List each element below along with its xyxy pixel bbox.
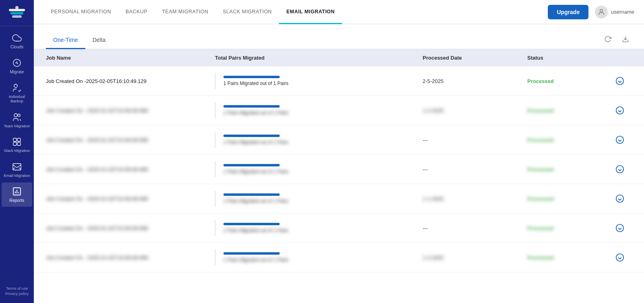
progress-bar-bg bbox=[223, 252, 280, 255]
table-row: Job Created On - 2025-01-02T10:09:08.999… bbox=[34, 214, 644, 243]
svg-point-20 bbox=[616, 195, 623, 202]
th-processed-date: Processed Date bbox=[423, 55, 527, 61]
status-cell: Processed bbox=[527, 255, 608, 261]
privacy-policy-link[interactable]: Privacy policy bbox=[5, 291, 29, 296]
job-name-text: Job Created On - 2025-01-02T10:09:08.999 bbox=[46, 108, 215, 114]
job-name-cell: Job Created On - 2025-01-02T10:09:08.999 bbox=[46, 166, 215, 172]
pairs-cell: 1 Pairs Migrated out of 1 Pairs bbox=[215, 102, 423, 118]
job-name-cell: Job Created On - 2025-01-02T10:09:08.999 bbox=[46, 108, 215, 114]
status-cell: Processed bbox=[527, 166, 608, 172]
date-cell: 1-2-2025 bbox=[423, 108, 527, 114]
expand-button[interactable] bbox=[608, 194, 632, 203]
svg-point-17 bbox=[616, 107, 623, 114]
sidebar-item-individual-backup-label: Individual Backup bbox=[3, 94, 31, 104]
svg-rect-2 bbox=[12, 15, 22, 18]
progress-bar-fill bbox=[223, 252, 280, 255]
job-name-text: Job Created On - 2025-01-02T10:09:08.999 bbox=[46, 166, 215, 172]
upgrade-button[interactable]: Upgrade bbox=[548, 5, 588, 19]
pairs-cell: 1 Pairs Migrated out of 1 Pairs bbox=[215, 249, 423, 266]
job-name-text: Job Created On -2025-02-05T16:10:49.129 bbox=[46, 78, 215, 84]
jobs-table: Job Name Total Pairs Migrated Processed … bbox=[34, 49, 644, 280]
progress-bar-bg bbox=[223, 135, 280, 137]
page-content: One-Time Delta bbox=[34, 24, 644, 303]
pairs-info: 1 Pairs Migrated out of 1 Pairs bbox=[223, 164, 288, 174]
sidebar-item-team-migration[interactable]: Team Migration bbox=[2, 108, 32, 132]
expand-button[interactable] bbox=[608, 106, 632, 115]
job-name-text: Job Created On - 2025-01-02T10:09:08.999 bbox=[46, 196, 215, 202]
svg-rect-12 bbox=[13, 164, 21, 170]
expand-button[interactable] bbox=[608, 253, 632, 262]
pairs-text: 1 Pairs Migrated out of 1 Pairs bbox=[223, 228, 288, 233]
tab-slack-migration[interactable]: SLACK MIGRATION bbox=[216, 0, 279, 24]
divider bbox=[215, 191, 215, 207]
progress-bar-bg bbox=[223, 76, 280, 78]
progress-bar-fill bbox=[223, 76, 280, 78]
expand-button[interactable] bbox=[608, 77, 632, 85]
tab-backup[interactable]: BACKUP bbox=[118, 0, 155, 24]
th-status: Status bbox=[527, 55, 608, 61]
svg-rect-1 bbox=[10, 12, 23, 15]
progress-bar-fill bbox=[223, 164, 280, 166]
subtab-delta[interactable]: Delta bbox=[85, 33, 113, 49]
svg-point-14 bbox=[600, 9, 603, 12]
progress-bar-fill bbox=[223, 135, 280, 137]
progress-bar-fill bbox=[223, 193, 280, 196]
table-row: Job Created On - 2025-01-02T10:09:08.999… bbox=[34, 155, 644, 184]
status-cell: Processed bbox=[527, 196, 608, 202]
logo[interactable] bbox=[0, 0, 34, 26]
svg-point-22 bbox=[616, 254, 623, 261]
pairs-info: 1 Pairs Migrated out of 1 Pairs bbox=[223, 135, 288, 145]
sidebar-item-team-migration-label: Team Migration bbox=[4, 124, 30, 128]
pairs-info: 1 Pairs Migrated out of 1 Pairs bbox=[223, 193, 288, 204]
date-cell: --- bbox=[423, 225, 527, 231]
sidebar-item-slack-migration[interactable]: Slack Migration bbox=[2, 133, 32, 157]
expand-button[interactable] bbox=[608, 224, 632, 232]
avatar bbox=[595, 6, 608, 19]
main-content: PERSONAL MIGRATION BACKUP TEAM MIGRATION… bbox=[34, 0, 644, 303]
pairs-info: 1 Pairs Migrated out of 1 Pairs bbox=[223, 105, 288, 116]
table-header-row: Job Name Total Pairs Migrated Processed … bbox=[34, 49, 644, 66]
job-name-text: Job Created On - 2025-01-02T10:09:08.999 bbox=[46, 137, 215, 143]
subtabs-bar: One-Time Delta bbox=[34, 24, 644, 49]
table-row: Job Created On -2025-02-05T16:10:49.129 … bbox=[34, 66, 644, 96]
expand-button[interactable] bbox=[608, 135, 632, 144]
svg-point-7 bbox=[18, 114, 20, 116]
download-button[interactable] bbox=[619, 33, 632, 46]
th-total-pairs: Total Pairs Migrated bbox=[215, 55, 423, 61]
job-name-cell: Job Created On - 2025-01-02T10:09:08.999 bbox=[46, 137, 215, 143]
expand-button[interactable] bbox=[608, 165, 632, 174]
pairs-info: 1 Pairs Migrated out of 1 Pairs bbox=[223, 76, 288, 86]
top-navigation: PERSONAL MIGRATION BACKUP TEAM MIGRATION… bbox=[34, 0, 644, 24]
job-name-cell: Job Created On - 2025-01-02T10:09:08.999 bbox=[46, 225, 215, 231]
pairs-text: 1 Pairs Migrated out of 1 Pairs bbox=[223, 81, 288, 86]
tab-personal-migration[interactable]: PERSONAL MIGRATION bbox=[43, 0, 118, 24]
progress-bar-bg bbox=[223, 193, 280, 196]
terms-of-use-link[interactable]: Terms of use bbox=[6, 286, 28, 291]
refresh-button[interactable] bbox=[601, 33, 614, 46]
date-cell: 1-2-2025 bbox=[423, 255, 527, 261]
pairs-text: 1 Pairs Migrated out of 1 Pairs bbox=[223, 110, 288, 116]
sidebar-item-individual-backup[interactable]: Individual Backup bbox=[2, 79, 32, 108]
pairs-cell: 1 Pairs Migrated out of 1 Pairs bbox=[215, 220, 423, 236]
status-cell: Processed bbox=[527, 137, 608, 143]
sidebar-item-reports-label: Reports bbox=[10, 198, 25, 203]
tab-team-migration[interactable]: TEAM MIGRATION bbox=[155, 0, 215, 24]
user-menu[interactable]: username bbox=[595, 6, 634, 19]
sidebar-item-reports[interactable]: Reports bbox=[2, 183, 32, 207]
svg-point-6 bbox=[14, 114, 17, 117]
date-cell: 2-5-2025 bbox=[423, 78, 527, 84]
progress-bar-bg bbox=[223, 105, 280, 108]
svg-point-16 bbox=[616, 77, 623, 85]
subtab-one-time[interactable]: One-Time bbox=[46, 33, 85, 49]
svg-rect-10 bbox=[13, 142, 17, 145]
svg-rect-11 bbox=[17, 142, 21, 145]
sidebar-item-email-migration[interactable]: Email Migration bbox=[2, 158, 32, 182]
progress-bar-fill bbox=[223, 223, 280, 225]
sidebar-item-clouds[interactable]: Clouds bbox=[2, 29, 32, 53]
job-name-cell: Job Created On -2025-02-05T16:10:49.129 bbox=[46, 78, 215, 84]
job-name-text: Job Created On - 2025-01-02T10:09:08.999 bbox=[46, 225, 215, 231]
progress-bar-fill bbox=[223, 105, 280, 108]
date-cell: --- bbox=[423, 137, 527, 143]
sidebar-item-migrate[interactable]: Migrate bbox=[2, 54, 32, 78]
tab-email-migration[interactable]: EMAIL MIGRATION bbox=[279, 0, 342, 24]
